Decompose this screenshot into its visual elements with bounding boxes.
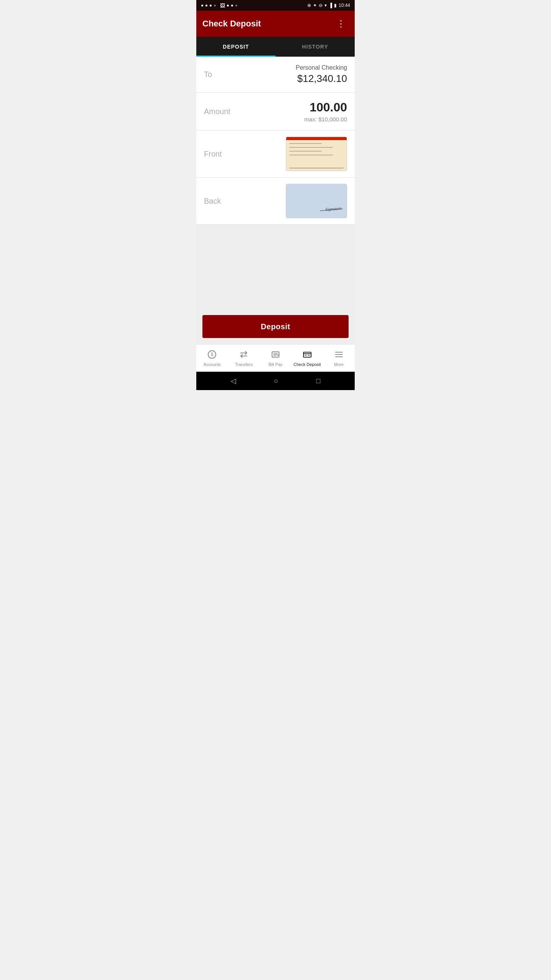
header: Check Deposit ⋮ bbox=[196, 11, 355, 37]
form-content: To Personal Checking $12,340.10 Amount 1… bbox=[196, 57, 355, 225]
wifi-icon: ▾ bbox=[324, 3, 327, 8]
sync-icon: ⊕ bbox=[307, 3, 311, 8]
check-back-preview: Signature bbox=[286, 184, 347, 218]
signal-dot-4 bbox=[214, 5, 216, 7]
bluetooth-icon: ✦ bbox=[313, 3, 317, 8]
deposit-btn-wrapper: Deposit bbox=[196, 309, 355, 344]
nav-checkdeposit[interactable]: Check Deposit bbox=[291, 345, 323, 372]
front-row[interactable]: Front bbox=[196, 131, 355, 178]
amount-max: max: $10,000.00 bbox=[304, 116, 347, 122]
account-name: Personal Checking bbox=[296, 64, 347, 71]
page-title: Check Deposit bbox=[202, 19, 261, 29]
check-line-3 bbox=[289, 151, 322, 152]
amount-row[interactable]: Amount 100.00 max: $10,000.00 bbox=[196, 93, 355, 131]
signal-icon: ▐ bbox=[329, 3, 332, 8]
accounts-label: Accounts bbox=[204, 362, 221, 367]
svg-rect-3 bbox=[303, 352, 311, 357]
signal-dot-5 bbox=[227, 5, 229, 7]
to-row[interactable]: To Personal Checking $12,340.10 bbox=[196, 57, 355, 93]
tab-deposit[interactable]: DEPOSIT bbox=[196, 37, 276, 57]
bottom-nav: $ Accounts Transfers Bill Pay bbox=[196, 344, 355, 372]
status-bar: 🖼 ⊕ ✦ ⊖ ▾ ▐ ▮ 10:44 bbox=[196, 0, 355, 11]
more-label: More bbox=[334, 362, 344, 367]
front-label: Front bbox=[204, 150, 222, 158]
check-line-1 bbox=[289, 143, 322, 144]
amount-value: 100.00 bbox=[304, 100, 347, 114]
accounts-icon: $ bbox=[207, 350, 217, 361]
battery-icon: ▮ bbox=[334, 3, 337, 8]
status-right: ⊕ ✦ ⊖ ▾ ▐ ▮ 10:44 bbox=[307, 3, 350, 8]
account-info: Personal Checking $12,340.10 bbox=[296, 64, 347, 85]
signal-dot-3 bbox=[210, 5, 212, 7]
more-icon bbox=[334, 350, 344, 361]
to-label: To bbox=[204, 70, 212, 79]
gray-spacer bbox=[196, 225, 355, 309]
gallery-icon: 🖼 bbox=[220, 3, 225, 8]
transfers-icon bbox=[239, 350, 248, 361]
amount-info: 100.00 max: $10,000.00 bbox=[304, 100, 347, 122]
back-row[interactable]: Back Signature bbox=[196, 178, 355, 225]
nav-billpay[interactable]: Bill Pay bbox=[260, 345, 292, 372]
tab-deposit-label: DEPOSIT bbox=[223, 44, 249, 50]
signal-dot-1 bbox=[201, 5, 203, 7]
transfers-label: Transfers bbox=[235, 362, 253, 367]
home-button[interactable]: ○ bbox=[274, 377, 278, 385]
check-micr bbox=[289, 168, 344, 168]
check-front-preview bbox=[286, 137, 347, 171]
billpay-label: Bill Pay bbox=[269, 362, 283, 367]
nav-accounts[interactable]: $ Accounts bbox=[196, 345, 228, 372]
checkdeposit-label: Check Deposit bbox=[293, 362, 321, 367]
tab-history[interactable]: HISTORY bbox=[276, 37, 355, 57]
back-button[interactable]: ◁ bbox=[231, 377, 236, 385]
svg-text:$: $ bbox=[211, 352, 214, 357]
amount-label: Amount bbox=[204, 107, 230, 116]
signal-dot-2 bbox=[205, 5, 207, 7]
check-line-4 bbox=[289, 155, 333, 155]
signal-dot-7 bbox=[235, 5, 237, 7]
recents-button[interactable]: □ bbox=[316, 377, 320, 385]
back-label: Back bbox=[204, 197, 221, 206]
checkdeposit-icon bbox=[303, 350, 312, 361]
signal-dot-6 bbox=[231, 5, 233, 7]
check-line-2 bbox=[289, 147, 333, 148]
nav-more[interactable]: More bbox=[323, 345, 355, 372]
check-red-stripe bbox=[286, 137, 347, 140]
more-options-button[interactable]: ⋮ bbox=[333, 17, 349, 31]
tab-bar: DEPOSIT HISTORY bbox=[196, 37, 355, 57]
account-balance: $12,340.10 bbox=[296, 73, 347, 85]
minus-icon: ⊖ bbox=[319, 3, 323, 8]
status-left: 🖼 bbox=[201, 3, 238, 8]
time: 10:44 bbox=[339, 3, 350, 8]
billpay-icon bbox=[271, 350, 280, 361]
nav-transfers[interactable]: Transfers bbox=[228, 345, 260, 372]
android-nav: ◁ ○ □ bbox=[196, 372, 355, 390]
back-check-image[interactable]: Signature bbox=[286, 184, 347, 218]
deposit-button[interactable]: Deposit bbox=[202, 315, 349, 338]
check-lines bbox=[289, 143, 344, 158]
tab-history-label: HISTORY bbox=[302, 44, 328, 50]
front-check-image[interactable] bbox=[286, 137, 347, 171]
